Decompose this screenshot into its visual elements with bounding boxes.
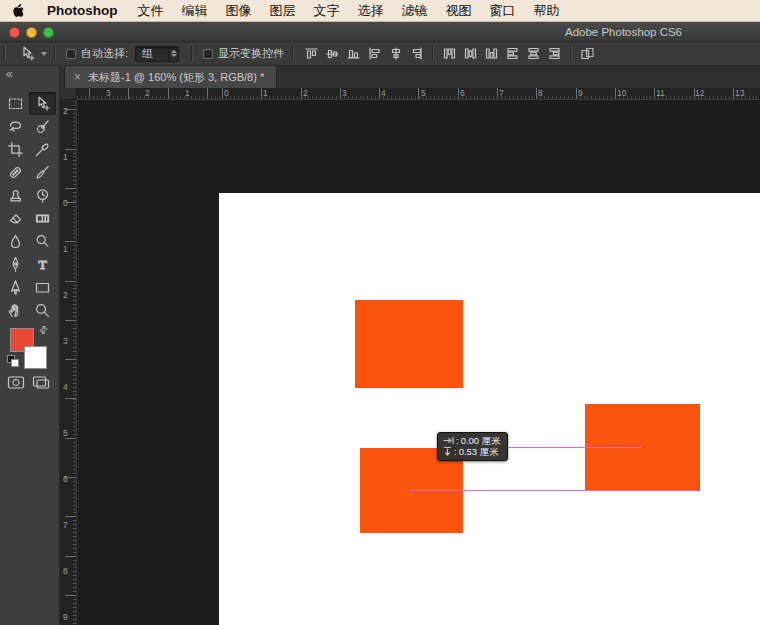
h-ruler-number: 2 — [145, 88, 150, 98]
zoom-tool[interactable] — [29, 299, 56, 322]
blur-tool[interactable] — [2, 230, 29, 253]
distribute-bottom-edges-button[interactable] — [481, 44, 502, 64]
gradient-tool[interactable] — [29, 207, 56, 230]
dropdown-stepper-icon[interactable] — [168, 47, 178, 61]
menu-item-5[interactable]: 文字 — [305, 0, 349, 22]
canvas-pasteboard[interactable]: :0.00 厘米:0.53 厘米 — [77, 100, 760, 625]
screen-mode-button[interactable] — [31, 374, 51, 390]
spot-healing-brush-tool[interactable] — [2, 161, 29, 184]
align-bottom-edges-button[interactable] — [343, 44, 364, 64]
menu-item-3[interactable]: 图像 — [217, 0, 261, 22]
rectangular-marquee-tool[interactable] — [2, 92, 29, 115]
show-transform-controls-checkbox[interactable] — [203, 49, 213, 59]
eraser-tool — [7, 210, 24, 227]
h-ruler-number: 1 — [263, 88, 268, 98]
menu-item-9[interactable]: 窗口 — [481, 0, 525, 22]
auto-align-layers-button[interactable] — [577, 44, 598, 64]
distribute-left-edges-button[interactable] — [502, 44, 523, 64]
apple-logo-icon[interactable] — [12, 3, 26, 19]
menu-item-1[interactable]: 文件 — [129, 0, 173, 22]
vertical-ruler[interactable]: 210123456789 — [60, 100, 77, 625]
horizontal-ruler[interactable]: 321012345678910111213 — [77, 88, 760, 100]
pen-tool — [7, 256, 24, 273]
close-document-icon[interactable]: × — [74, 66, 81, 88]
auto-select-checkbox[interactable] — [66, 49, 76, 59]
distribute-horizontal-centers-button[interactable] — [523, 44, 544, 64]
collapse-panel-icon[interactable]: « — [6, 67, 12, 81]
h-ruler-number: 3 — [106, 88, 111, 98]
align-top-edges-button[interactable] — [301, 44, 322, 64]
window-title-bar[interactable]: Adobe Photoshop CS6 — [0, 22, 760, 42]
v-ruler-number: 5 — [63, 428, 68, 438]
default-colors-icon[interactable] — [7, 355, 20, 368]
distribute-vertical-centers-button[interactable] — [460, 44, 481, 64]
auto-select-label: 自动选择: — [81, 46, 128, 61]
tool-preset-dropdown-icon[interactable] — [41, 52, 47, 56]
menu-item-2[interactable]: 编辑 — [173, 0, 217, 22]
dodge-tool[interactable] — [29, 230, 56, 253]
distribute-right-edges-button[interactable] — [544, 44, 565, 64]
h-ruler-number: 12 — [695, 88, 704, 98]
auto-select-value: 组 — [136, 46, 168, 61]
separator — [54, 46, 56, 62]
path-selection-tool[interactable] — [2, 276, 29, 299]
h-ruler-number: 7 — [499, 88, 504, 98]
align-vertical-centers-icon — [325, 46, 340, 61]
v-ruler-number: 4 — [63, 382, 68, 392]
smart-guide-line — [410, 490, 697, 491]
separator — [570, 46, 572, 62]
v-ruler-number: 9 — [63, 612, 68, 622]
eraser-tool[interactable] — [2, 207, 29, 230]
background-color-swatch[interactable] — [24, 346, 47, 369]
rectangle-tool[interactable] — [29, 276, 56, 299]
close-window-button[interactable] — [9, 27, 20, 38]
history-brush-tool[interactable] — [29, 184, 56, 207]
auto-select-dropdown[interactable]: 组 — [135, 46, 179, 62]
window-title: Adobe Photoshop CS6 — [565, 22, 682, 42]
lasso-tool — [7, 118, 24, 135]
type-tool[interactable]: T — [29, 253, 56, 276]
menu-app-name[interactable]: Photoshop — [36, 0, 129, 22]
smart-guide-measurement-tooltip: :0.00 厘米:0.53 厘米 — [437, 432, 508, 461]
align-left-edges-button[interactable] — [364, 44, 385, 64]
align-horizontal-centers-button[interactable] — [385, 44, 406, 64]
menu-item-6[interactable]: 选择 — [349, 0, 393, 22]
orange-rectangle-1[interactable] — [355, 300, 463, 388]
menu-item-10[interactable]: 帮助 — [525, 0, 569, 22]
distribute-top-edges-button[interactable] — [439, 44, 460, 64]
lasso-tool[interactable] — [2, 115, 29, 138]
dodge-tool — [34, 233, 51, 250]
quick-mask-mode-button[interactable] — [6, 374, 26, 390]
auto-align-layers-icon — [580, 46, 595, 61]
h-ruler-number: 8 — [538, 88, 543, 98]
minimize-window-button[interactable] — [26, 27, 37, 38]
quick-selection-tool[interactable] — [29, 115, 56, 138]
zoom-window-button[interactable] — [43, 27, 54, 38]
v-ruler-number: 6 — [63, 474, 68, 484]
measurement-value: 0.53 厘米 — [459, 446, 499, 457]
document-tab-bar: × 未标题-1 @ 160% (矩形 3, RGB/8) * — [60, 66, 760, 88]
ruler-origin-corner[interactable] — [60, 88, 77, 100]
v-ruler-number: 1 — [63, 152, 68, 162]
document-tab[interactable]: × 未标题-1 @ 160% (矩形 3, RGB/8) * — [64, 66, 277, 88]
move-tool-icon[interactable] — [16, 45, 38, 63]
hand-tool[interactable] — [2, 299, 29, 322]
distribute-vertical-centers-icon — [463, 46, 478, 61]
pen-tool[interactable] — [2, 253, 29, 276]
h-ruler-number: 11 — [656, 88, 665, 98]
brush-tool[interactable] — [29, 161, 56, 184]
align-vertical-centers-button[interactable] — [322, 44, 343, 64]
menu-item-8[interactable]: 视图 — [437, 0, 481, 22]
rectangular-marquee-tool — [7, 95, 24, 112]
menu-item-7[interactable]: 滤镜 — [393, 0, 437, 22]
clone-stamp-tool[interactable] — [2, 184, 29, 207]
menu-item-4[interactable]: 图层 — [261, 0, 305, 22]
v-ruler-number: 2 — [63, 106, 68, 116]
eyedropper-tool[interactable] — [29, 138, 56, 161]
options-bar-grip[interactable] — [3, 46, 6, 61]
move-tool[interactable] — [29, 92, 56, 115]
crop-tool[interactable] — [2, 138, 29, 161]
align-right-edges-button[interactable] — [406, 44, 427, 64]
swap-colors-icon[interactable]: ⇄ — [36, 323, 50, 337]
separator — [292, 46, 294, 62]
